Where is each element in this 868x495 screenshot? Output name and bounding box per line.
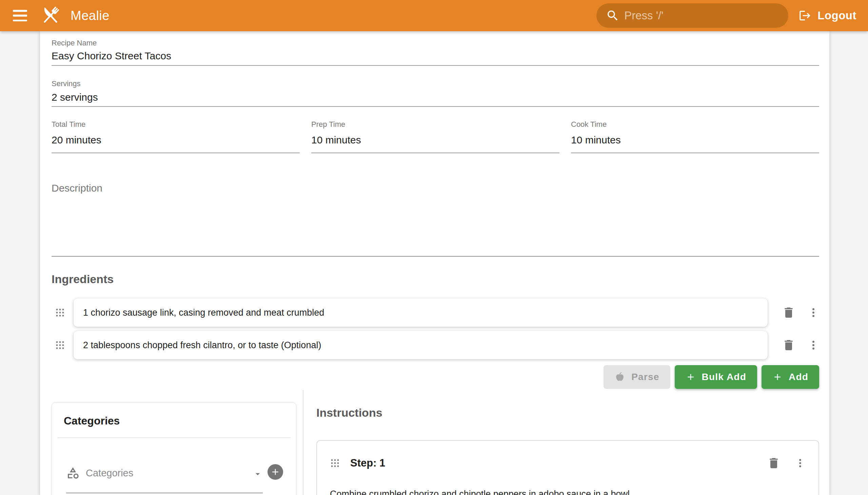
- add-label: Add: [789, 372, 808, 382]
- search-input[interactable]: Press '/': [596, 3, 788, 28]
- shapes-icon: [66, 466, 80, 480]
- servings-label: Servings: [52, 79, 81, 88]
- drag-handle-icon[interactable]: [55, 308, 65, 318]
- drag-handle-icon[interactable]: [330, 458, 340, 468]
- ingredient-actions-row: Parse Bulk Add Add: [603, 365, 819, 389]
- apple-icon: [614, 372, 625, 382]
- instructions-heading: Instructions: [316, 406, 382, 420]
- delete-ingredient-button[interactable]: [781, 306, 796, 319]
- delete-step-button[interactable]: [767, 456, 781, 470]
- search-icon: [606, 9, 619, 22]
- bulk-add-button[interactable]: Bulk Add: [675, 365, 757, 389]
- search-placeholder: Press '/': [624, 9, 663, 22]
- total-time-value[interactable]: 20 minutes: [52, 134, 300, 146]
- recipe-edit-card: Recipe Name Easy Chorizo Street Tacos Se…: [40, 31, 829, 495]
- ingredient-menu-button[interactable]: [807, 339, 819, 351]
- servings-value[interactable]: 2 servings: [52, 91, 98, 103]
- recipe-name-label: Recipe Name: [52, 39, 97, 48]
- trash-icon: [782, 338, 796, 352]
- kebab-icon: [807, 307, 819, 318]
- parse-button[interactable]: Parse: [603, 365, 670, 389]
- menu-button[interactable]: [13, 10, 27, 21]
- prep-time-label: Prep Time: [311, 120, 559, 129]
- prep-time-value[interactable]: 10 minutes: [311, 134, 559, 146]
- cook-time-value[interactable]: 10 minutes: [571, 134, 819, 146]
- delete-ingredient-button[interactable]: [781, 338, 796, 352]
- trash-icon: [782, 306, 796, 319]
- categories-select-placeholder: Categories: [86, 467, 133, 479]
- ingredient-row: 1 chorizo sausage link, casing removed a…: [52, 298, 819, 327]
- servings-underline: [52, 106, 819, 107]
- categories-select-underline: [66, 493, 263, 493]
- app-bar: Mealie Press '/' Logout: [0, 0, 868, 31]
- total-time-field[interactable]: Total Time 20 minutes: [52, 120, 300, 153]
- description-underline: [52, 256, 819, 257]
- kebab-icon: [795, 458, 806, 468]
- ingredient-input[interactable]: 2 tablespoons chopped fresh cilantro, or…: [73, 331, 768, 359]
- time-fields-row: Total Time 20 minutes Prep Time 10 minut…: [52, 120, 819, 153]
- step-header: Step: 1: [330, 456, 806, 470]
- categories-heading: Categories: [64, 415, 120, 427]
- categories-card: Categories Categories: [52, 402, 296, 495]
- categories-select[interactable]: Categories: [66, 466, 133, 480]
- ingredient-input[interactable]: 1 chorizo sausage link, casing removed a…: [73, 298, 768, 327]
- kebab-icon: [807, 339, 819, 351]
- logout-button[interactable]: Logout: [799, 9, 856, 22]
- plus-icon: [270, 467, 280, 477]
- bulk-add-label: Bulk Add: [702, 372, 746, 382]
- plus-icon: [772, 372, 783, 382]
- caret-down-icon[interactable]: [253, 469, 263, 479]
- recipe-name-value[interactable]: Easy Chorizo Street Tacos: [52, 50, 171, 62]
- utensils-logo-icon: [39, 4, 62, 27]
- app-title: Mealie: [70, 8, 109, 23]
- total-time-label: Total Time: [52, 120, 300, 129]
- parse-label: Parse: [631, 372, 659, 382]
- prep-time-underline: [311, 153, 559, 153]
- cook-time-field[interactable]: Cook Time 10 minutes: [571, 120, 819, 153]
- instruction-step-card: Step: 1 Combine crumbled chorizo and chi…: [316, 440, 819, 495]
- trash-icon: [767, 456, 781, 470]
- cook-time-underline: [571, 153, 819, 153]
- step-menu-button[interactable]: [795, 458, 806, 468]
- logout-label: Logout: [817, 9, 856, 22]
- ingredient-text: 1 chorizo sausage link, casing removed a…: [83, 308, 324, 318]
- ingredient-row: 2 tablespoons chopped fresh cilantro, or…: [52, 331, 819, 359]
- step-text-input[interactable]: Combine crumbled chorizo and chipotle pe…: [330, 488, 806, 495]
- column-divider: [303, 390, 304, 495]
- description-label: Description: [52, 183, 102, 194]
- add-ingredient-button[interactable]: Add: [762, 365, 819, 389]
- total-time-underline: [52, 153, 300, 153]
- cook-time-label: Cook Time: [571, 120, 819, 129]
- step-title: Step: 1: [350, 457, 385, 469]
- mealie-app: Mealie Press '/' Logout Recipe Name Easy…: [0, 0, 868, 495]
- ingredients-heading: Ingredients: [52, 273, 114, 286]
- ingredient-menu-button[interactable]: [807, 307, 819, 318]
- categories-divider: [57, 437, 291, 438]
- drag-handle-icon[interactable]: [55, 340, 65, 350]
- ingredient-text: 2 tablespoons chopped fresh cilantro, or…: [83, 340, 321, 351]
- plus-icon: [685, 372, 696, 382]
- add-category-button[interactable]: [268, 464, 283, 480]
- logout-icon: [799, 9, 811, 22]
- recipe-name-underline: [52, 65, 819, 66]
- prep-time-field[interactable]: Prep Time 10 minutes: [311, 120, 559, 153]
